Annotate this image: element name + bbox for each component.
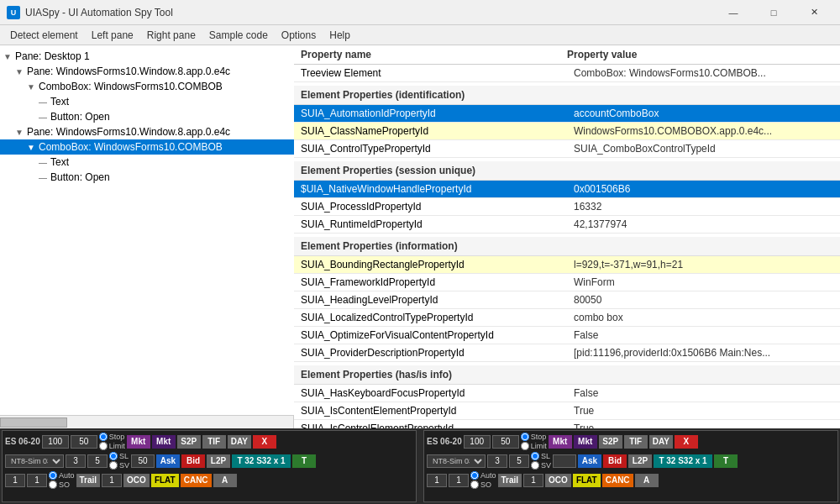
tp1-stop-label[interactable]: Stop	[99, 433, 125, 441]
tp2-val1-input[interactable]	[487, 454, 507, 468]
tp1-trail-input[interactable]	[102, 474, 122, 487]
tp1-sv-input[interactable]	[131, 454, 155, 468]
tp2-qty1-input[interactable]	[464, 435, 491, 449]
tp1-mkt1-button[interactable]: Mkt	[127, 435, 150, 449]
tp2-mkt2-button[interactable]: Mkt	[574, 435, 597, 449]
prop-row-automation-id[interactable]: SUIA_AutomationIdPropertyId accountCombo…	[294, 105, 840, 123]
tp2-canc-button[interactable]: CANC	[602, 474, 633, 487]
tp1-val2-input[interactable]	[87, 454, 108, 468]
prop-row-runtime-id[interactable]: SUIA_RuntimeIdPropertyId 42,1377974	[294, 216, 840, 234]
prop-row-localized-control[interactable]: SUIA_LocalizedControlTypePropertyId comb…	[294, 309, 840, 327]
tree-item-win1[interactable]: ▼ Pane: WindowsForms10.Window.8.app.0.e4…	[0, 64, 294, 79]
tp2-t32-button[interactable]: T 32 S32 x 1	[654, 454, 712, 468]
tp2-s2p-button[interactable]: S2P	[599, 435, 622, 449]
tp1-sv-radio[interactable]	[109, 461, 118, 470]
tp1-flat-button[interactable]: FLAT	[151, 474, 179, 487]
prop-row-treeview[interactable]: Treeview Element ComboBox: WindowsForms1…	[294, 65, 840, 82]
tree-item-btn2[interactable]: — Button: Open	[0, 170, 294, 185]
tp2-ask-button[interactable]: Ask	[578, 454, 601, 468]
tp2-oco-button[interactable]: OCO	[545, 474, 571, 487]
tree-item-win2[interactable]: ▼ Pane: WindowsForms10.Window.8.app.0.e4…	[0, 124, 294, 139]
menu-detect-element[interactable]: Detect element	[3, 28, 85, 43]
tp1-a-button[interactable]: A	[213, 474, 237, 487]
tp2-trail-input[interactable]	[523, 474, 543, 487]
tp2-stop-label[interactable]: Stop	[521, 433, 547, 441]
tp2-limit-label[interactable]: Limit	[521, 442, 547, 450]
tp1-qty2-input[interactable]	[71, 435, 97, 449]
tp1-val3-input[interactable]	[5, 474, 25, 487]
prop-row-bounding-rect[interactable]: SUIA_BoundingRectanglePropertyId l=929,t…	[294, 256, 840, 274]
maximize-button[interactable]: □	[754, 0, 793, 25]
left-pane[interactable]: ▼ Pane: Desktop 1 ▼ Pane: WindowsForms10…	[0, 45, 294, 415]
tree-item-desktop[interactable]: ▼ Pane: Desktop 1	[0, 49, 294, 64]
tp1-sl-radio[interactable]	[109, 452, 118, 460]
prop-row-provider-desc[interactable]: SUIA_ProviderDescriptionPropertyId [pid:…	[294, 344, 840, 362]
prop-row-optimize-visual[interactable]: SUIA_OptimizeForVisualContentPropertyId …	[294, 327, 840, 344]
menu-sample-code[interactable]: Sample code	[202, 28, 275, 43]
tp2-a-button[interactable]: A	[635, 474, 659, 487]
tp1-t32-button[interactable]: T 32 S32 x 1	[232, 454, 291, 468]
tp1-ask-button[interactable]: Ask	[156, 454, 180, 468]
tp1-mkt2-button[interactable]: Mkt	[152, 435, 176, 449]
tp2-stop-radio[interactable]	[521, 433, 529, 441]
tp2-account-dropdown[interactable]: NT8-Sim 03 Tl	[427, 454, 486, 468]
tp2-t-button[interactable]: T	[714, 454, 738, 468]
tp2-so-label[interactable]: SO	[470, 480, 496, 489]
tp2-trail-button[interactable]: Trail	[498, 474, 522, 487]
tp1-so-radio[interactable]	[49, 480, 57, 489]
tp1-x-button[interactable]: X	[253, 435, 276, 449]
tp2-sl-radio[interactable]	[531, 452, 539, 460]
tp1-val4-input[interactable]	[27, 474, 47, 487]
tree-item-text1[interactable]: — Text	[0, 94, 294, 109]
tree-item-combo1[interactable]: ▼ ComboBox: WindowsForms10.COMBOB	[0, 79, 294, 94]
prop-row-process-id[interactable]: SUIA_ProcessIdPropertyId 16332	[294, 198, 840, 216]
tp2-sv-radio[interactable]	[531, 461, 539, 470]
tp2-bid-button[interactable]: Bid	[603, 454, 627, 468]
tp1-tif-button[interactable]: TIF	[202, 435, 226, 449]
prop-row-controltype[interactable]: SUIA_ControlTypePropertyId SUIA_ComboBox…	[294, 140, 840, 158]
tp1-qty1-input[interactable]	[42, 435, 69, 449]
prop-row-heading-level[interactable]: SUIA_HeadingLevelPropertyId 80050	[294, 291, 840, 309]
tp1-oco-button[interactable]: OCO	[123, 474, 150, 487]
tp2-val4-input[interactable]	[449, 474, 469, 487]
prop-row-classname[interactable]: SUIA_ClassNamePropertyId WindowsForms10.…	[294, 123, 840, 140]
tp1-trail-button[interactable]: Trail	[76, 474, 101, 487]
tp1-limit-label[interactable]: Limit	[99, 442, 125, 450]
tree-item-text2[interactable]: — Text	[0, 155, 294, 170]
left-pane-hscroll[interactable]	[0, 415, 293, 428]
tp1-limit-radio[interactable]	[99, 442, 108, 450]
prop-row-content-element[interactable]: SUIA_IsContentElementPropertyId True	[294, 402, 840, 420]
right-pane[interactable]: Property name Property value Treeview El…	[294, 45, 840, 428]
tp2-tif-button[interactable]: TIF	[624, 435, 648, 449]
tp1-l2p-button[interactable]: L2P	[207, 454, 230, 468]
tp1-auto-radio[interactable]	[49, 471, 57, 480]
tp1-t-button[interactable]: T	[292, 454, 316, 468]
tp2-l2p-button[interactable]: L2P	[628, 454, 652, 468]
tp1-bid-button[interactable]: Bid	[181, 454, 205, 468]
tree-item-btn1[interactable]: — Button: Open	[0, 109, 294, 124]
tp2-day-button[interactable]: DAY	[649, 435, 673, 449]
tp2-flat-button[interactable]: FLAT	[573, 474, 601, 487]
menu-left-pane[interactable]: Left pane	[85, 28, 140, 43]
tp1-s2p-button[interactable]: S2P	[177, 435, 201, 449]
tree-item-combo2[interactable]: ▼ ComboBox: WindowsForms10.COMBOB	[0, 139, 294, 155]
tp2-val3-input[interactable]	[427, 474, 447, 487]
tp2-sv-label[interactable]: SV	[531, 461, 551, 470]
tp2-val2-input[interactable]	[509, 454, 529, 468]
tp2-mkt1-button[interactable]: Mkt	[549, 435, 572, 449]
tp2-limit-radio[interactable]	[521, 442, 529, 450]
menu-help[interactable]: Help	[323, 28, 357, 43]
tp1-canc-button[interactable]: CANC	[181, 474, 212, 487]
tp2-auto-label[interactable]: Auto	[470, 471, 496, 480]
tp1-day-button[interactable]: DAY	[228, 435, 251, 449]
tp1-sv-label[interactable]: SV	[109, 461, 129, 470]
tp2-x-button[interactable]: X	[675, 435, 698, 449]
tp1-so-label[interactable]: SO	[49, 480, 75, 489]
hscroll-thumb[interactable]	[0, 417, 67, 428]
tp1-stop-radio[interactable]	[99, 433, 108, 441]
tp1-auto-label[interactable]: Auto	[49, 471, 75, 480]
menu-right-pane[interactable]: Right pane	[140, 28, 202, 43]
tp1-account-dropdown[interactable]: NT8-Sim 03 Tl	[5, 454, 64, 468]
tp2-sl-label[interactable]: SL	[531, 452, 551, 460]
tp2-qty2-input[interactable]	[492, 435, 519, 449]
